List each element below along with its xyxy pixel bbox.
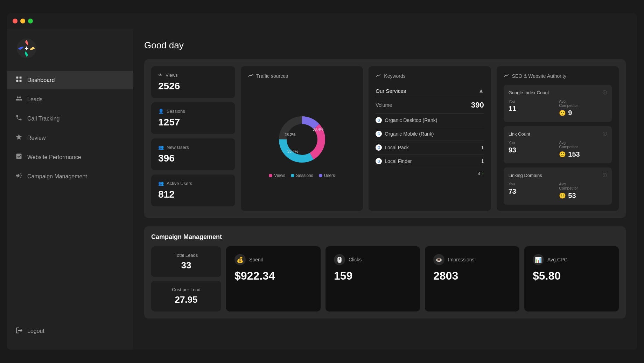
legend-users-dot [319,174,322,177]
keywords-footer-count: 4 [478,171,480,176]
titlebar [7,13,637,29]
logout-button[interactable]: Logout [15,327,125,336]
logout-label: Logout [27,328,44,334]
sidebar-item-review[interactable]: Review [7,129,133,147]
seo-chart-icon [504,73,509,79]
our-services-label: Our Services [376,88,406,94]
seo-metrics: Google Index Count ⓘ You 11 [504,85,612,205]
svg-rect-4 [16,80,19,82]
legend-views: Views [269,173,285,178]
spend-value: $922.34 [234,269,312,282]
link-count-you-label: You [509,141,556,145]
sidebar-item-call-tracking[interactable]: Call Tracking [7,109,133,128]
total-leads-card: Total Leads 33 [151,246,221,277]
minimize-button[interactable] [20,19,25,23]
google-index-title: Google Index Count [509,90,549,95]
total-leads-label: Total Leads [175,253,198,258]
avg-cpc-label: Avg.CPC [547,257,567,262]
legend-sessions-label: Sessions [296,173,313,178]
seo-title: SEO & Website Authority [512,73,566,79]
link-count-competitor-value: 153 [568,150,580,158]
sidebar-item-campaign-management[interactable]: Campaign Management [7,167,133,186]
linking-domains-you-label: You [509,182,556,186]
keyword-local-finder-label: Local Finder [385,158,412,164]
legend-views-dot [269,174,272,177]
google-index-competitor-label: Avg.Competitor [559,99,578,108]
keywords-footer-arrow: ↑ [482,171,484,176]
traffic-sources-card: Traffic sources [241,66,363,211]
legend-users-label: Users [324,173,335,178]
google-index-info-icon: ⓘ [603,90,607,96]
seo-card: SEO & Website Authority Google Index Cou… [497,66,619,211]
logout-icon [15,327,23,336]
cost-per-lead-value: 27.95 [175,294,197,305]
maximize-button[interactable] [28,19,33,23]
google-index-you-label: You [509,99,556,103]
sidebar-website-performance-label: Website Performance [27,154,81,160]
clicks-value: 159 [334,269,412,282]
seo-google-index-block: Google Index Count ⓘ You 11 [504,85,612,122]
views-card: 👁 Views 2526 [151,66,235,98]
dashboard-icon [15,76,22,84]
keyword-row-organic-mobile: G Organic Mobile (Rank) [376,127,484,141]
cost-per-lead-card: Cost per Lead 27.95 [151,281,221,311]
spend-card: 💰 Spend $922.34 [226,246,321,311]
our-services-row[interactable]: Our Services ▲ [376,85,484,97]
google-logo-icon: G [376,117,382,123]
review-icon [15,133,22,142]
seo-link-count-block: Link Count ⓘ You 93 Avg.Comp [504,126,612,163]
keyword-local-finder-count: 1 [481,158,484,164]
volume-label: Volume [376,102,392,108]
linking-domains-competitor-value: 53 [568,192,576,200]
keyword-organic-desktop-label: Organic Desktop (Rank) [385,117,437,123]
competitor-face-icon-2: 🙂 [559,151,566,158]
keyword-local-pack-count: 1 [481,145,484,150]
campaign-management-icon [15,172,22,181]
top-stats-grid: 👁 Views 2526 👤 Sessions 1257 [144,59,626,218]
legend-sessions: Sessions [291,173,313,178]
close-button[interactable] [13,19,18,23]
campaign-grid: Total Leads 33 Cost per Lead 27.95 💰 Spe… [151,246,619,311]
avg-cpc-value: $5.80 [533,269,610,282]
svg-rect-2 [16,77,19,79]
spend-icon: 💰 [234,254,246,265]
legend-views-label: Views [274,173,285,178]
sidebar-leads-label: Leads [27,96,43,103]
traffic-sources-title: Traffic sources [256,73,288,79]
linking-domains-you-value: 73 [509,187,556,196]
views-icon: 👁 [158,73,163,78]
donut-legend: Views Sessions Users [269,173,335,178]
views-value: 2526 [158,81,228,92]
clicks-icon: 🖱️ [334,254,345,265]
sidebar-review-label: Review [27,135,46,141]
sidebar-item-dashboard[interactable]: Dashboard [7,71,133,89]
keyword-row-local-finder: G Local Finder 1 [376,155,484,168]
impressions-icon: 👁️ [433,254,444,265]
svg-text:28.2%: 28.2% [285,132,295,137]
clicks-card: 🖱️ Clicks 159 [326,246,420,311]
sidebar-campaign-management-label: Campaign Management [27,173,87,180]
clicks-label: Clicks [349,257,362,262]
new-users-card: 👥 New Users 396 [151,138,235,170]
sidebar-item-website-performance[interactable]: Website Performance [7,148,133,166]
keyword-organic-mobile-label: Organic Mobile (Rank) [385,131,434,137]
legend-sessions-dot [291,174,294,177]
spend-label: Spend [249,257,263,262]
avg-cpc-icon: 📊 [533,254,544,265]
keywords-chart-icon [376,73,381,79]
website-performance-icon [15,153,22,162]
keywords-card: Keywords Our Services ▲ Volume 390 [369,66,491,211]
competitor-face-icon: 🙂 [559,110,566,116]
legend-users: Users [319,173,335,178]
active-users-value: 812 [158,189,228,200]
keyword-local-pack-label: Local Pack [385,145,408,150]
new-users-value: 396 [158,153,228,164]
google-logo-icon-4: G [376,158,382,164]
sidebar-nav: Dashboard Leads Call Tracking [7,71,133,321]
call-tracking-icon [15,114,22,123]
donut-container: 28.2% 38.4% 33.4% Views Sessions [248,85,356,205]
linking-domains-title: Linking Domains [509,173,542,178]
svg-rect-5 [20,80,22,82]
google-logo-icon-2: G [376,131,382,137]
sidebar-item-leads[interactable]: Leads [7,90,133,109]
